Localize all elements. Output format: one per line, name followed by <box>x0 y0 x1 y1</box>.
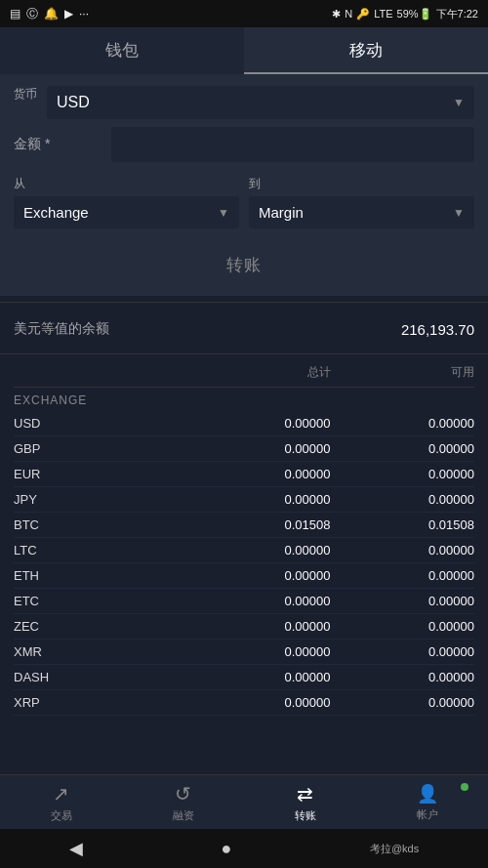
bottom-nav: ↗ 交易 ↺ 融资 ⇄ 转账 👤 帐户 <box>0 774 488 829</box>
row-total: 0.00000 <box>186 670 331 684</box>
row-avail: 0.00000 <box>331 441 475 456</box>
funding-icon: ↺ <box>175 782 191 806</box>
nav-funding[interactable]: ↺ 融资 <box>122 775 244 829</box>
row-avail: 0.00000 <box>331 619 475 634</box>
tab-wallet[interactable]: 钱包 <box>0 27 244 74</box>
from-dropdown[interactable]: Exchange ▼ <box>14 196 239 228</box>
row-name: JPY <box>14 492 186 507</box>
row-total: 0.00000 <box>186 543 331 558</box>
row-avail: 0.01508 <box>331 517 475 532</box>
android-bar: ◀ ● 考拉@kds <box>0 829 488 868</box>
app-icon: Ⓒ <box>26 6 38 22</box>
currency-arrow-icon: ▼ <box>453 96 465 109</box>
divider-1 <box>0 302 488 303</box>
transfer-btn-wrap: 转账 <box>14 244 474 280</box>
to-arrow-icon: ▼ <box>453 206 465 220</box>
table-row: GBP 0.00000 0.00000 <box>14 436 474 462</box>
row-name: ETC <box>14 594 186 608</box>
row-avail: 0.00000 <box>331 492 475 507</box>
table-row: USD 0.00000 0.00000 <box>14 411 474 436</box>
row-total: 0.00000 <box>186 467 331 481</box>
row-total: 0.00000 <box>186 416 331 431</box>
from-to-row: 从 Exchange ▼ 到 Margin ▼ <box>14 176 474 228</box>
to-value: Margin <box>259 204 304 221</box>
row-name: ZEC <box>14 619 186 634</box>
table-row: XRP 0.00000 0.00000 <box>14 690 474 716</box>
back-button[interactable]: ◀ <box>69 838 83 859</box>
balance-row: 美元等值的余额 216,193.70 <box>0 309 488 348</box>
bell-icon: 🔔 <box>44 7 59 21</box>
table-row: XMR 0.00000 0.00000 <box>14 640 474 665</box>
table-row: LTC 0.00000 0.00000 <box>14 538 474 563</box>
nav-trade-label: 交易 <box>51 808 72 823</box>
nav-transfer[interactable]: ⇄ 转账 <box>244 775 366 829</box>
table-row: BTC 0.01508 0.01508 <box>14 513 474 538</box>
currency-select[interactable]: USD ▼ <box>47 86 474 119</box>
row-name: XRP <box>14 695 186 710</box>
col-header-avail: 可用 <box>331 364 475 381</box>
amount-label: 金额 * <box>14 136 111 153</box>
from-col: 从 Exchange ▼ <box>14 176 239 228</box>
from-label: 从 <box>14 176 239 192</box>
nav-account[interactable]: 👤 帐户 <box>366 775 488 829</box>
row-name: BTC <box>14 517 186 532</box>
table-rows: USD 0.00000 0.00000 GBP 0.00000 0.00000 … <box>14 411 474 716</box>
row-name: EUR <box>14 467 186 481</box>
divider-2 <box>0 353 488 354</box>
home-button[interactable]: ● <box>221 839 231 859</box>
row-name: DASH <box>14 670 186 684</box>
col-header-name <box>14 364 186 381</box>
table-header: 总计 可用 <box>14 360 474 388</box>
time: 下午7:22 <box>436 7 478 21</box>
row-avail: 0.00000 <box>331 695 475 710</box>
play-icon: ▶ <box>64 7 73 21</box>
row-avail: 0.00000 <box>331 467 475 481</box>
to-label: 到 <box>249 176 474 192</box>
row-total: 0.00000 <box>186 441 331 456</box>
exchange-section-label: EXCHANGE <box>14 388 474 411</box>
row-name: LTC <box>14 543 186 558</box>
row-total: 0.00000 <box>186 594 331 608</box>
nav-account-label: 帐户 <box>417 807 438 822</box>
from-arrow-icon: ▼ <box>218 206 229 220</box>
row-total: 0.00000 <box>186 695 331 710</box>
row-name: USD <box>14 416 186 431</box>
account-online-dot <box>461 783 468 791</box>
currency-label: 货币 <box>14 86 37 119</box>
battery-icon: 59%🔋 <box>397 8 432 21</box>
status-left: ▤ Ⓒ 🔔 ▶ ··· <box>10 6 89 22</box>
table-row: ETC 0.00000 0.00000 <box>14 589 474 614</box>
key-icon: 🔑 <box>356 8 370 21</box>
row-avail: 0.00000 <box>331 416 475 431</box>
balance-value: 216,193.70 <box>401 321 474 338</box>
balance-label: 美元等值的余额 <box>14 320 109 338</box>
nav-trade[interactable]: ↗ 交易 <box>0 775 122 829</box>
row-total: 0.00000 <box>186 492 331 507</box>
nav-transfer-label: 转账 <box>295 808 316 823</box>
col-header-total: 总计 <box>186 364 331 381</box>
to-dropdown[interactable]: Margin ▼ <box>249 196 474 228</box>
menu-icon: ▤ <box>10 7 20 21</box>
status-right: ✱ N 🔑 LTE 59%🔋 下午7:22 <box>332 7 478 21</box>
lte-icon: LTE <box>374 8 392 20</box>
brand-label: 考拉@kds <box>370 842 419 856</box>
row-name: ETH <box>14 568 186 583</box>
dots: ··· <box>79 7 89 21</box>
table-row: ZEC 0.00000 0.00000 <box>14 614 474 640</box>
row-avail: 0.00000 <box>331 670 475 684</box>
amount-input[interactable] <box>111 127 474 162</box>
row-total: 0.00000 <box>186 619 331 634</box>
form-area: 货币 USD ▼ 金额 * 从 Exchange ▼ 到 Margin ▼ 转账 <box>0 74 488 296</box>
transfer-icon: ⇄ <box>297 782 313 806</box>
transfer-button[interactable]: 转账 <box>226 254 262 276</box>
table-row: EUR 0.00000 0.00000 <box>14 462 474 487</box>
currency-row: 货币 USD ▼ <box>14 86 474 119</box>
nfc-icon: N <box>345 8 352 20</box>
row-total: 0.00000 <box>186 568 331 583</box>
from-value: Exchange <box>23 204 89 221</box>
row-name: GBP <box>14 441 186 456</box>
table-row: JPY 0.00000 0.00000 <box>14 487 474 513</box>
tab-move[interactable]: 移动 <box>244 27 488 74</box>
row-avail: 0.00000 <box>331 543 475 558</box>
currency-value: USD <box>57 94 90 111</box>
